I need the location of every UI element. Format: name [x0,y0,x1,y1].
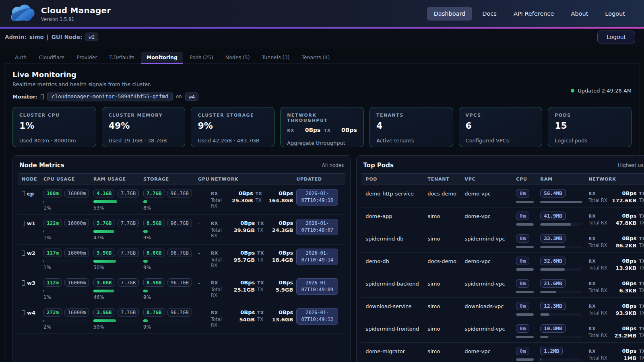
total-rx-label: Total RX [211,287,229,298]
network-cell: RX0BpsTX0BpsTotal RX25.3GBTX164.8GB [211,189,293,209]
updated-timestamp-badge: 2026-01-07T10:49:10 [296,189,338,206]
ram-total-badge: 7.7GB [118,219,139,227]
storage-usage-fill [143,290,148,292]
tx-label: TX [639,280,644,286]
tx-value: 0Bps [334,127,357,133]
pod-ram-cell: 1.2MB [540,347,585,361]
pods-table-header: PODTENANTVPCCPURAMNETWORK [361,173,644,185]
cpu-usage-percent: 2% [43,324,90,330]
updated-timestamp-badge: 2026-01-07T10:49:14 [296,249,338,265]
storage-usage-percent: 8% [143,205,195,211]
storage-usage-cell: 8.5GB96.7GB9% [143,278,195,300]
pod-ram-cell: 32.6MB [540,257,585,271]
total-rx-value: 25.1GB [232,287,255,298]
pod-tenant-cell: simo [427,324,461,332]
cpu-total-badge: 16000m [64,278,89,287]
tab-tunnels-3-[interactable]: Tunnels (3) [257,52,295,64]
stat-cards-row: CLUSTER CPU1%Used 803m · 80000mCLUSTER M… [12,107,632,147]
logout-button[interactable]: Logout [597,31,635,43]
ram-used-badge: 3.9GB [93,308,115,317]
storage-total-badge: 96.7GB [167,189,192,197]
cpu-used-badge: 122m [43,219,62,227]
pod-ram-cell: 21.6MB [540,279,585,293]
updated-timestamp-badge: 2026-01-07T10:49:07 [296,219,338,235]
pod-cpu-cell: 0m [516,257,537,271]
pod-vpc-cell: demo-vpc [464,189,513,197]
total-tx-label: TX [639,243,644,249]
stat-card-value: 4 [376,121,446,131]
ram-used-badge: 3.9GB [93,249,115,257]
cpu-usage-percent: 1% [43,294,90,300]
pod-ram-fill [540,313,549,316]
nav-item-api-reference[interactable]: API Reference [507,7,561,21]
stat-card-subtext: Aggregate throughput [287,140,357,146]
nav-item-docs[interactable]: Docs [475,7,504,21]
tab-auth[interactable]: Auth [10,52,32,64]
monitoring-header-left: Live Monitoring Realtime metrics and hea… [12,70,198,101]
total-rx-label: Total RX [588,243,609,249]
total-tx-label: TX [639,310,644,316]
updated-cell: 2026-01-07T10:49:07 [296,219,341,235]
top-pods-hint: Highest usage in last poll [618,162,644,168]
pod-cpu-cell: 0m [516,279,537,293]
ram-used-badge: 3.7GB [93,219,115,227]
nav-item-dashboard[interactable]: Dashboard [427,7,473,21]
stat-card-pods: PODS15Logical pods [548,107,632,147]
nav-item-about[interactable]: About [564,7,595,21]
pod-name-cell: dome-migrator [365,347,424,354]
storage-usage-percent: 9% [143,235,195,241]
monitor-pod-badge[interactable]: cloudmanager-monitor-5894f4bf55-qtfmd [47,92,173,101]
total-rx-label: Total RX [588,197,609,204]
rx-label: RX [211,280,229,286]
pods-col-network: NETWORK [588,177,644,182]
stat-card-subtext: Active tenants [376,138,446,144]
pod-cpu-badge: 0m [516,234,529,243]
pod-vpc-cell: spidermind-vpc [464,324,513,332]
tab-cloudflare[interactable]: Cloudflare [33,52,70,64]
tab-t-defaults[interactable]: T.Defaults [104,52,140,64]
total-tx-label: TX [639,197,644,204]
pod-cpu-cell: 0m [516,234,537,248]
pod-ram-badge: 12.3MB [540,302,566,310]
pod-vpc-cell: downloads-vpc [464,302,513,309]
monitor-line: Monitor: cloudmanager-monitor-5894f4bf55… [12,92,198,101]
node-col-updated: UPDATED [296,177,341,182]
rx-label: RX [588,190,609,196]
total-tx-label: TX [257,227,268,239]
ram-usage-cell: 3.7GB7.7GB47% [93,219,140,241]
node-name: cp [27,191,34,197]
tab-tenants-4-[interactable]: Tenants (4) [296,52,335,64]
nav-item-logout[interactable]: Logout [598,7,632,21]
storage-usage-bar [143,319,193,322]
tab-pods-25-[interactable]: Pods (25) [184,52,219,64]
pod-cpu-cell: 0m [516,347,537,361]
tab-monitoring[interactable]: Monitoring [141,52,183,64]
rx-label: RX [588,258,609,264]
pod-cpu-fill [516,336,534,338]
node-col-storage: STORAGE [143,177,195,182]
total-tx-value: 24.3GB [270,227,293,239]
pod-ram-bar [540,291,582,293]
rx-label: RX [588,235,609,241]
tx-label: TX [257,250,268,256]
cpu-usage-percent: 1% [43,265,90,270]
rx-value: 0Bps [612,325,636,331]
total-rx-value: 1MB [612,355,636,361]
rx-value: 0Bps [232,190,253,196]
pod-ram-cell: 10.8MB [540,324,585,338]
storage-usage-fill [143,260,148,263]
total-rx-label: Total RX [588,288,609,294]
cpu-total-badge: 16000m [64,219,89,227]
network-cell: RX0BpsTX0BpsTotal RX86.2KBTX76.9KB [588,234,644,249]
tab-provider[interactable]: Provider [71,52,102,64]
admin-label: Admin: [5,34,27,40]
ram-used-badge: 4.1GB [93,189,115,197]
ram-usage-bar [93,200,138,203]
total-tx-label: TX [257,287,268,298]
node-name: w3 [27,280,35,286]
network-cell: RX0BpsTX0BpsTotal RX6.3KBTX6.3KB [588,279,644,294]
tab-nodes-5-[interactable]: Nodes (5) [220,52,255,64]
pod-ram-fill [540,291,556,293]
tab-bar: AuthCloudflareProviderT.DefaultsMonitori… [4,52,640,64]
storage-total-badge: 96.7GB [167,249,192,257]
